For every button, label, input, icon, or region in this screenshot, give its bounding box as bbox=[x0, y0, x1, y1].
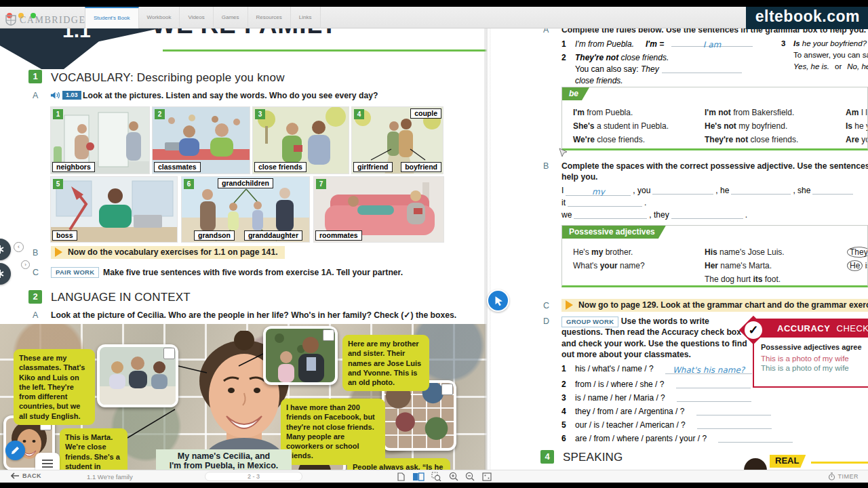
real-student-tag: REAL bbox=[770, 455, 806, 468]
exercise-3d-paragraph: GROUP WORK Use the words to write questi… bbox=[561, 316, 749, 361]
rule-2-line3: close friends. bbox=[575, 76, 623, 85]
caption-line-2: I'm from Puebla, in Mexico. bbox=[160, 461, 288, 470]
be-box-tab: be bbox=[562, 87, 589, 100]
blank-he bbox=[731, 186, 791, 195]
picture-label: boss bbox=[52, 230, 77, 241]
picture-label: close friends bbox=[254, 162, 307, 172]
photo-collage: These are my classmates. That's Kiko and… bbox=[0, 324, 487, 470]
vocab-picture-couple: 4 couple girlfriend boyfriend bbox=[351, 106, 443, 174]
be-col-1: I'm from Puebla. She's a student in Pueb… bbox=[573, 108, 669, 144]
cursor-mode-fab[interactable] bbox=[487, 289, 509, 312]
bottom-black-bar bbox=[0, 483, 868, 488]
prev-circle-button[interactable]: ‹ bbox=[14, 242, 24, 252]
browser-chrome: CAMBRIDGE Student's BookWorkbookVideosGa… bbox=[0, 7, 868, 28]
tab-resources[interactable]: Resources bbox=[248, 7, 291, 28]
photo-checkbox[interactable] bbox=[323, 329, 334, 341]
tab-links[interactable]: Links bbox=[291, 7, 321, 28]
photo-checkbox[interactable] bbox=[163, 348, 175, 359]
exercise-3b-row-3: we, they. bbox=[561, 210, 747, 220]
view-zoom-controls bbox=[395, 472, 494, 481]
exercise-3c-text: Now go to page 129. Look at the grammar … bbox=[578, 300, 868, 310]
question-number: 5 bbox=[561, 420, 566, 430]
vocab-picture-roommates: 7 roommates bbox=[313, 176, 444, 243]
question-words: they / from / are / Argentina / ? bbox=[575, 407, 684, 416]
next-circle-button[interactable]: › bbox=[21, 260, 30, 269]
rule-1-number: 1 bbox=[561, 39, 566, 49]
exercise-1b-label: B bbox=[33, 248, 38, 258]
section-1-heading: VOCABULARY: Describing people you know bbox=[51, 71, 285, 85]
accuracy-right-example: This is a photo of my wife bbox=[761, 364, 867, 372]
tab-games[interactable]: Games bbox=[214, 7, 248, 28]
question-number: 4 bbox=[561, 407, 566, 416]
section-2-number: 2 bbox=[28, 290, 42, 304]
vocab-picture-close-friends: 3 close friends bbox=[252, 106, 349, 174]
pronoun-he: , he bbox=[715, 186, 729, 195]
vocab-picture-boss: 5 boss bbox=[50, 176, 178, 243]
asterisk-icon bbox=[0, 269, 5, 279]
mouse-cursor bbox=[559, 148, 567, 157]
zoom-out-button[interactable] bbox=[465, 472, 475, 481]
real-student-line bbox=[811, 462, 868, 464]
brand-name: CAMBRIDGE bbox=[20, 15, 86, 26]
picture-label-boyfriend: boyfriend bbox=[401, 162, 441, 172]
blank-i: my bbox=[566, 187, 631, 196]
accuracy-rule-text: Possessive adjectives agree bbox=[761, 343, 867, 351]
real-student-photo bbox=[743, 455, 768, 470]
single-page-view-button[interactable] bbox=[397, 472, 405, 481]
group-work-tag: GROUP WORK bbox=[561, 317, 618, 327]
asterisk-icon bbox=[0, 245, 5, 254]
back-arrow-icon bbox=[11, 472, 19, 479]
rule-1-prompt: I'm from Puebla. bbox=[575, 39, 634, 49]
tab-bar: Student's BookWorkbookVideosGamesResourc… bbox=[85, 7, 321, 28]
audio-track-badge[interactable]: 1.03 bbox=[62, 91, 81, 100]
speech-bubble-facebook: I have more than 200 friends on Facebook… bbox=[281, 399, 385, 465]
zoom-in-button[interactable] bbox=[449, 472, 458, 481]
question-words: our / is / teacher / American / ? bbox=[575, 420, 686, 430]
rule-3-line2: To answer, you can say bbox=[793, 51, 868, 59]
picture-number: 7 bbox=[316, 179, 326, 189]
speech-bubble-classmates: These are my classmates. That's Kiko and… bbox=[14, 349, 95, 425]
fit-page-button[interactable] bbox=[482, 472, 492, 481]
period-2: . bbox=[745, 210, 747, 220]
pair-work-tag: PAIR WORK bbox=[51, 267, 99, 278]
photo-checkbox[interactable] bbox=[441, 384, 453, 395]
blank-we bbox=[574, 210, 647, 219]
timer-button[interactable]: TIMER bbox=[828, 472, 859, 481]
speaker-icon[interactable] bbox=[50, 91, 60, 100]
zoom-selection-button[interactable] bbox=[431, 472, 441, 481]
blank-you bbox=[652, 186, 713, 195]
question-number: 1 bbox=[561, 364, 566, 373]
question-words: his / what's / name / ? bbox=[575, 364, 654, 373]
question-blank bbox=[718, 434, 793, 443]
page-range-input[interactable] bbox=[205, 472, 302, 481]
tab-videos[interactable]: Videos bbox=[180, 7, 213, 28]
watermark: eltebook.com bbox=[746, 5, 868, 29]
period-1: . bbox=[644, 198, 646, 207]
rule-3-is: Is bbox=[793, 39, 800, 47]
rule-2-blank bbox=[662, 64, 742, 73]
pencil-tool-fab[interactable] bbox=[5, 441, 25, 460]
question-row-1: 1 his / what's / name / ? What's his nam… bbox=[561, 364, 752, 374]
exercise-1c-text: Make five true sentences with five words… bbox=[103, 268, 403, 277]
speech-bubble-boyfriend: People always ask, “Is he your bbox=[347, 458, 450, 470]
question-row-6: 6 are / from / where / parents / your / … bbox=[561, 434, 793, 443]
edge-tool-button-top[interactable] bbox=[0, 239, 11, 260]
tab-students-book[interactable]: Student's Book bbox=[85, 7, 139, 28]
vocab-picture-neighbors: 1 neighbors bbox=[50, 106, 150, 174]
photo-classmates bbox=[97, 344, 178, 407]
two-page-view-button[interactable] bbox=[412, 472, 425, 481]
edge-tool-button-bottom[interactable] bbox=[0, 263, 11, 285]
blank-it bbox=[568, 198, 642, 207]
section-4-heading: SPEAKING bbox=[563, 451, 623, 464]
unit-banner: 1.1 bbox=[0, 28, 159, 69]
poss-col-2: His name's Jose Luis. Her name's Marta. … bbox=[705, 247, 785, 284]
back-button[interactable]: BACK bbox=[11, 472, 41, 479]
blank-she bbox=[812, 186, 853, 195]
photo-brother-sister bbox=[263, 326, 338, 385]
question-1-answer: What's his name? bbox=[673, 365, 745, 375]
picture-number: 1 bbox=[53, 109, 63, 119]
exercise-1a-label: A bbox=[33, 91, 38, 100]
exercise-3c-callout: Now go to page 129. Look at the grammar … bbox=[561, 299, 868, 312]
rule-2-say: You can also say: bbox=[575, 64, 641, 74]
tab-workbook[interactable]: Workbook bbox=[139, 7, 180, 28]
